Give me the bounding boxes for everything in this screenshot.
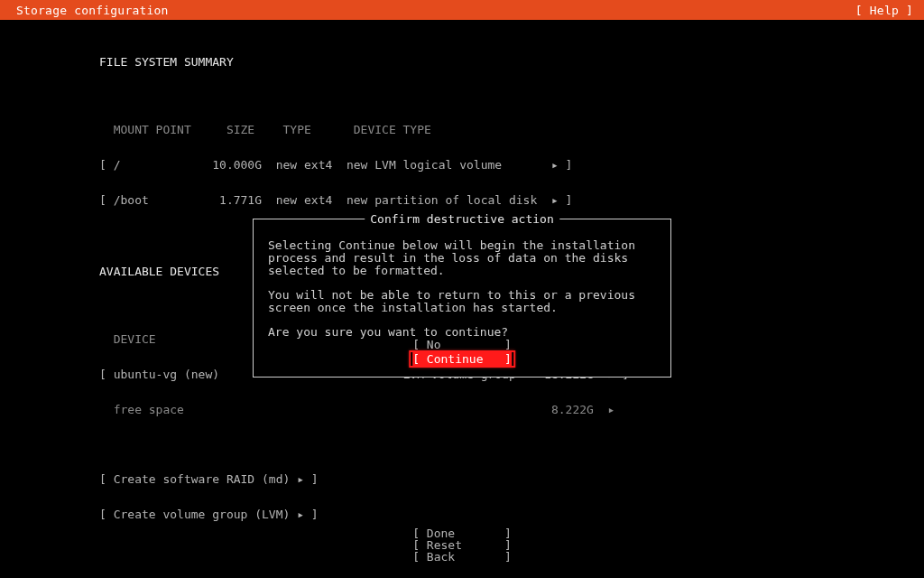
help-button[interactable]: [ Help ] xyxy=(855,5,913,16)
create-raid-button[interactable]: [ Create software RAID (md) ▸ ] xyxy=(99,473,924,485)
continue-button[interactable]: [ Continue ] xyxy=(412,352,512,366)
create-lvm-button[interactable]: [ Create volume group (LVM) ▸ ] xyxy=(99,508,924,520)
title-bar: Storage configuration [ Help ] xyxy=(0,0,924,20)
dialog-text: Are you sure you want to continue? xyxy=(268,326,656,339)
page-title: Storage configuration xyxy=(16,5,169,16)
dialog-body: Selecting Continue below will begin the … xyxy=(254,219,670,339)
file-system-summary: FILE SYSTEM SUMMARY MOUNT POINT SIZE TYP… xyxy=(99,33,924,229)
fs-row[interactable]: [ / 10.000G new ext4 new LVM logical vol… xyxy=(99,159,924,171)
dialog-text: Selecting Continue below will begin the … xyxy=(268,239,656,277)
no-button[interactable]: [ No ] xyxy=(409,339,515,350)
back-button[interactable]: [ Back ] xyxy=(0,551,924,563)
dialog-buttons: [ No ] [ Continue ] xyxy=(409,339,515,368)
fs-summary-header: MOUNT POINT SIZE TYPE DEVICE TYPE xyxy=(99,124,924,135)
device-row[interactable]: free space 8.222G ▸ xyxy=(99,404,924,415)
dialog-title: Confirm destructive action xyxy=(365,213,559,225)
fs-row[interactable]: [ /boot 1.771G new ext4 new partition of… xyxy=(99,194,924,206)
footer-actions: [ Done ] [ Reset ] [ Back ] xyxy=(0,527,924,563)
dialog-text: You will not be able to return to this o… xyxy=(268,289,656,314)
continue-button-highlight: [ Continue ] xyxy=(409,350,515,368)
fs-summary-heading: FILE SYSTEM SUMMARY xyxy=(99,56,924,68)
confirm-dialog: Confirm destructive action Selecting Con… xyxy=(253,219,671,378)
